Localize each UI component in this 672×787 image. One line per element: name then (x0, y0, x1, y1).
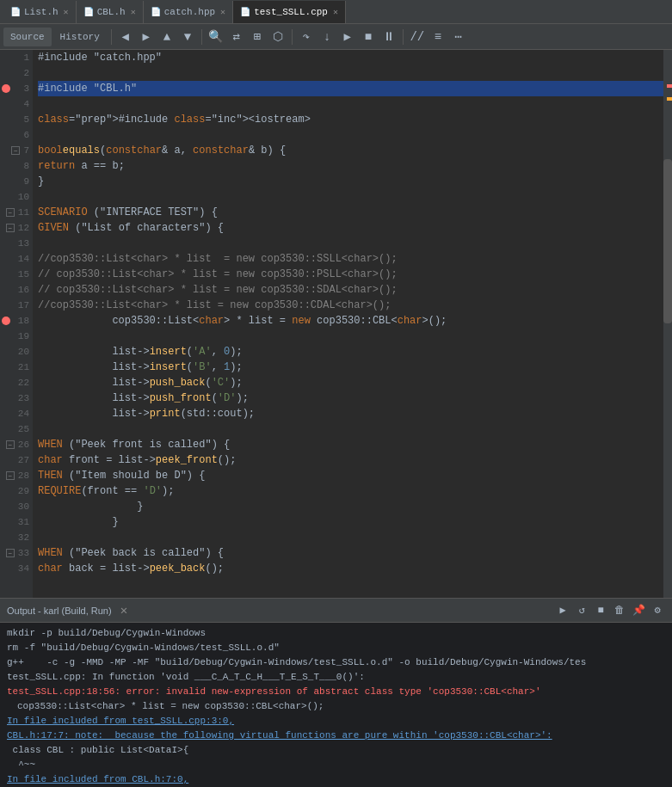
fold-icon-28[interactable]: − (6, 471, 15, 480)
fold-icon-33[interactable]: − (6, 549, 15, 557)
fold-icon-7[interactable]: − (11, 146, 20, 155)
tab-list-h-close[interactable]: ✕ (64, 7, 69, 17)
navigate-back-button[interactable]: ◀ (116, 28, 135, 46)
navigate-up-button[interactable]: ▲ (157, 28, 176, 46)
code-line-31: } (38, 514, 663, 530)
sep1 (111, 29, 112, 45)
line-num-text-7: 7 (23, 145, 29, 156)
source-button[interactable]: Source (3, 28, 52, 46)
stop-button[interactable]: ■ (359, 28, 378, 46)
tab-list-h[interactable]: 📄 List.h ✕ (3, 1, 77, 23)
output-panel: Output - karl (Build, Run) ✕ ▶ ↺ ■ 🗑 📌 ⚙… (0, 598, 672, 787)
fold-icon-26[interactable]: − (6, 440, 15, 449)
inspect-button[interactable]: ⊞ (248, 28, 267, 46)
code-line-14: //cop3530::List<char> * list = new cop35… (38, 251, 663, 267)
tab-catch-hpp-label: catch.hpp (164, 7, 215, 17)
tab-test-ssll-cpp[interactable]: 📄 test_SSLL.cpp ✕ (233, 1, 346, 23)
output-line-8[interactable]: CBL.h:17:7: note: because the following … (7, 729, 665, 743)
replace-button[interactable]: ⇄ (227, 28, 246, 46)
code-line-7: bool equals(const char& a, const char& b… (38, 143, 663, 158)
output-line-4: test_SSLL.cpp:18:56: error: invalid new-… (7, 685, 665, 699)
output-settings-btn[interactable]: ⚙ (650, 603, 665, 618)
tab-catch-hpp[interactable]: 📄 catch.hpp ✕ (144, 1, 233, 23)
pause-button[interactable]: ⏸ (379, 28, 398, 46)
line-num-14: 14 (0, 251, 33, 267)
output-header: Output - karl (Build, Run) ✕ ▶ ↺ ■ 🗑 📌 ⚙ (0, 599, 672, 623)
line-num-text-9: 9 (23, 176, 29, 187)
step-over-button[interactable]: ↷ (297, 28, 316, 46)
more-button[interactable]: ⋯ (449, 28, 468, 46)
output-pin-btn[interactable]: 📌 (631, 603, 646, 618)
output-line-2: g++ -c -g -MMD -MP -MF "build/Debug/Cygw… (7, 655, 665, 670)
line-num-19: 19 (0, 329, 33, 344)
line-num-text-24: 24 (18, 409, 29, 419)
line-num-18: 18 (0, 313, 33, 329)
code-line-32 (38, 530, 663, 545)
output-line-7[interactable]: In file included from test_SSLL.cpp:3:0, (7, 714, 665, 729)
navigate-down-button[interactable]: ▼ (178, 28, 197, 46)
class-btn[interactable]: ⬡ (268, 28, 287, 46)
line-num-22: 22 (0, 375, 33, 390)
code-line-23: list->push_front('D'); (38, 390, 663, 406)
line-num-text-26: 26 (18, 440, 29, 450)
tab-catch-hpp-close[interactable]: ✕ (220, 7, 225, 17)
output-run-btn[interactable]: ▶ (555, 603, 570, 618)
code-line-18: cop3530::List<char> * list = new cop3530… (38, 313, 663, 329)
code-content[interactable]: #include "catch.hpp"#include "CBL.h"clas… (33, 50, 663, 598)
tab-cbl-h[interactable]: 📄 CBL.h ✕ (77, 1, 144, 23)
code-line-6 (38, 127, 663, 143)
code-line-26: WHEN ("Peek front is called") { (38, 437, 663, 452)
output-title: Output - karl (Build, Run) (7, 606, 112, 616)
output-line-12[interactable]: In file included from CBL.h:7:0, (7, 772, 665, 787)
output-line-0: mkdir -p build/Debug/Cygwin-Windows (7, 626, 665, 641)
output-clear-btn[interactable]: 🗑 (612, 603, 627, 618)
line-num-text-5: 5 (23, 114, 29, 125)
fold-icon-11[interactable]: − (6, 208, 15, 217)
code-line-11: SCENARIO ("INTERFACE TEST") { (38, 205, 663, 220)
line-num-text-33: 33 (18, 548, 29, 558)
code-line-34: char back = list->peek_back(); (38, 561, 663, 576)
breakpoint-3 (2, 84, 10, 93)
line-num-33: −33 (0, 545, 33, 561)
line-numbers: 123456−78910−11−121314151617181920212223… (0, 50, 33, 598)
run-button[interactable]: ▶ (338, 28, 357, 46)
code-line-2 (38, 65, 663, 81)
diff-button[interactable]: ≡ (428, 28, 447, 46)
line-num-text-6: 6 (23, 130, 29, 140)
test-ssll-cpp-icon: 📄 (240, 7, 250, 17)
code-line-21: list->insert('B', 1); (38, 360, 663, 375)
step-into-button[interactable]: ↓ (318, 28, 336, 46)
line-num-text-13: 13 (18, 238, 29, 249)
output-line-10: ^~~ (7, 758, 665, 772)
output-close-button[interactable]: ✕ (120, 603, 127, 618)
line-num-text-25: 25 (18, 424, 29, 434)
line-num-text-2: 2 (23, 68, 29, 78)
code-line-19 (38, 329, 663, 344)
line-num-text-19: 19 (18, 331, 29, 341)
line-num-23: 23 (0, 390, 33, 406)
output-line-3: test_SSLL.cpp: In function 'void ___C_A_… (7, 670, 665, 685)
line-num-15: 15 (0, 267, 33, 282)
code-line-28: THEN ("Item should be D") { (38, 468, 663, 483)
line-num-3: 3 (0, 81, 33, 96)
fold-icon-12[interactable]: − (6, 224, 15, 232)
tab-cbl-h-close[interactable]: ✕ (131, 7, 136, 17)
vertical-scrollbar[interactable] (663, 50, 672, 598)
find-button[interactable]: 🔍 (207, 28, 225, 46)
output-stop-btn[interactable]: ■ (593, 603, 608, 618)
code-line-15: // cop3530::List<char> * list = new cop3… (38, 267, 663, 282)
line-num-29: 29 (0, 483, 33, 499)
tab-cbl-h-label: CBL.h (97, 7, 126, 17)
output-rerun-btn[interactable]: ↺ (574, 603, 589, 618)
line-num-16: 16 (0, 282, 33, 298)
navigate-forward-button[interactable]: ▶ (137, 28, 156, 46)
line-num-12: −12 (0, 220, 33, 236)
tab-test-ssll-cpp-close[interactable]: ✕ (333, 7, 338, 17)
sep2 (201, 29, 202, 45)
list-h-icon: 📄 (10, 7, 21, 17)
code-line-10 (38, 189, 663, 205)
history-button[interactable]: History (53, 28, 107, 46)
line-num-text-8: 8 (23, 161, 29, 171)
line-num-text-10: 10 (18, 192, 29, 202)
comment-button[interactable]: // (408, 28, 427, 46)
